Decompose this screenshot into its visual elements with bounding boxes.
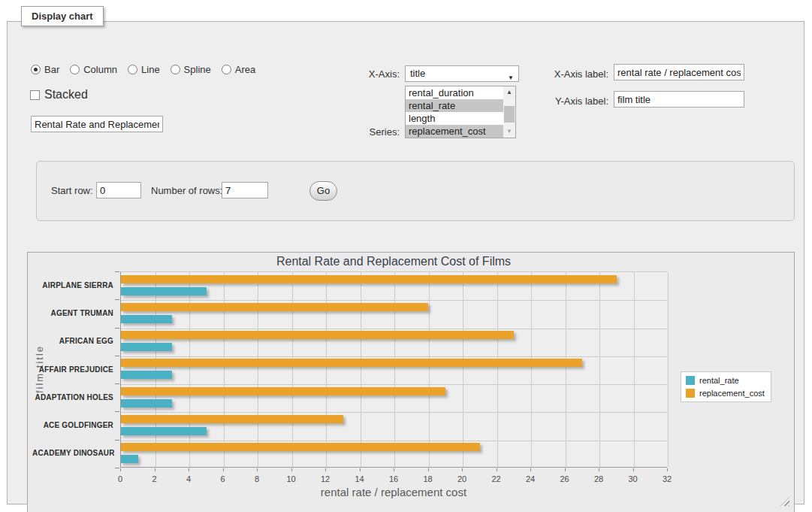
bar-rental_rate-affair-prejudice [121, 371, 172, 379]
chart-type-radio-group: BarColumnLineSplineArea [31, 64, 255, 75]
category-label: ACADEMY DINOSAUR [32, 449, 113, 457]
legend-swatch [686, 376, 695, 385]
legend-swatch [686, 389, 695, 398]
gridline-x [258, 272, 258, 467]
chart-type-radio-spline[interactable]: Spline [171, 64, 211, 75]
x-tick-label: 4 [177, 474, 200, 483]
bar-replacement_cost-airplane-sierra [121, 275, 617, 283]
category-label: AGENT TRUMAN [32, 309, 113, 317]
series-option-length[interactable]: length [406, 112, 503, 125]
y-tick [115, 411, 119, 412]
chevron-down-icon: ▼ [508, 71, 514, 86]
bar-replacement_cost-ace-goldfinger [121, 415, 343, 423]
resize-grip-icon[interactable] [780, 497, 789, 506]
category-label: ACE GOLDFINGER [32, 421, 113, 429]
bar-rental_rate-ace-goldfinger [121, 427, 207, 435]
bar-replacement_cost-affair-prejudice [121, 359, 582, 367]
x-tick-label: 0 [109, 474, 131, 483]
number-of-rows-input[interactable] [222, 182, 268, 198]
chart-type-radio-bar[interactable]: Bar [31, 64, 59, 75]
chart-title: Rental Rate and Replacement Cost of Film… [120, 255, 667, 268]
gridline-x [394, 272, 395, 467]
bar-replacement_cost-adaptation-holes [121, 387, 445, 395]
gridline-y [121, 300, 667, 301]
series-multiselect[interactable]: rental_durationrental_ratelengthreplacem… [405, 86, 516, 138]
radio-icon[interactable] [128, 65, 137, 74]
gridline-x [497, 272, 498, 467]
gridline-y [121, 384, 667, 385]
y-tick [115, 356, 119, 356]
series-option-rental_rate[interactable]: rental_rate [406, 99, 503, 112]
chart-type-radio-label: Bar [44, 64, 59, 75]
scrollbar-thumb[interactable] [504, 106, 515, 123]
gridline-x [224, 272, 225, 467]
bar-rental_rate-airplane-sierra [121, 287, 207, 295]
stacked-checkbox[interactable] [30, 90, 40, 100]
x-tick-label: 2 [143, 474, 166, 483]
series-options: rental_durationrental_ratelengthreplacem… [406, 86, 503, 138]
chart-container: Rental Rate and Replacement Cost of Film… [27, 252, 795, 512]
y-axis-label-caption: Y-Axis label: [541, 95, 608, 107]
chart-type-radio-line[interactable]: Line [128, 64, 160, 75]
x-tick-label: 10 [280, 474, 303, 483]
x-tick [120, 468, 121, 471]
x-axis-label-input[interactable] [614, 64, 744, 80]
radio-icon[interactable] [70, 65, 80, 74]
x-tick [633, 468, 634, 471]
chart-type-radio-label: Column [83, 64, 117, 75]
chart-type-radio-area[interactable]: Area [222, 64, 255, 75]
bar-rental_rate-adaptation-holes [121, 399, 172, 407]
x-tick [325, 468, 326, 471]
radio-icon[interactable] [171, 65, 180, 74]
gridline-x [326, 272, 327, 467]
chart-title-input[interactable] [31, 116, 163, 132]
scrollbar-down-icon[interactable]: ▼ [503, 126, 515, 138]
x-tick-label: 24 [519, 474, 542, 483]
x-tick [462, 468, 463, 471]
y-axis-label-input[interactable] [614, 91, 744, 108]
go-button[interactable]: Go [309, 181, 337, 201]
y-tick [115, 468, 119, 468]
gridline-y [121, 441, 667, 441]
stacked-label: Stacked [44, 88, 88, 101]
x-tick-label: 20 [451, 474, 473, 483]
x-tick-label: 26 [554, 474, 576, 483]
bar-replacement_cost-african-egg [121, 331, 514, 339]
bar-rental_rate-academy-dinosaur [121, 455, 138, 463]
y-tick [115, 328, 119, 329]
gridline-x [634, 272, 635, 467]
start-row-input[interactable] [96, 182, 141, 198]
scrollbar-up-icon[interactable]: ▲ [503, 86, 515, 98]
gridline-x [599, 272, 600, 467]
x-tick-label: 30 [622, 474, 644, 483]
series-select-label: Series: [361, 126, 400, 138]
x-axis-select[interactable]: title ▼ [405, 65, 519, 82]
gridline-x [292, 272, 293, 467]
category-label: AFFAIR PREJUDICE [32, 365, 113, 374]
x-tick [257, 468, 258, 471]
page: BarColumnLineSplineArea Stacked X-Axis: … [0, 0, 812, 512]
x-tick [155, 468, 155, 471]
gridline-x [531, 272, 532, 467]
bar-replacement_cost-academy-dinosaur [121, 443, 480, 451]
series-scrollbar[interactable]: ▲ ▼ [503, 86, 515, 138]
chart-type-radio-column[interactable]: Column [70, 64, 117, 75]
radio-icon[interactable] [31, 65, 41, 74]
bar-rental_rate-african-egg [121, 343, 172, 351]
x-tick [667, 468, 668, 471]
x-tick [497, 468, 497, 471]
series-option-replacement_cost[interactable]: replacement_cost [406, 125, 503, 138]
series-option-rental_duration[interactable]: rental_duration [406, 86, 503, 99]
x-tick [599, 468, 599, 471]
x-tick [360, 468, 361, 471]
chart-type-radio-label: Line [141, 64, 160, 75]
radio-icon[interactable] [222, 65, 231, 74]
gridline-x [668, 272, 669, 467]
chart-type-radio-label: Area [235, 64, 255, 75]
x-tick [428, 468, 429, 471]
x-tick-label: 8 [246, 474, 268, 483]
x-axis-label-caption: X-Axis label: [541, 68, 608, 80]
x-tick-label: 6 [212, 474, 234, 483]
legend-label: rental_rate [699, 376, 739, 385]
stacked-checkbox-row[interactable]: Stacked [30, 88, 88, 101]
